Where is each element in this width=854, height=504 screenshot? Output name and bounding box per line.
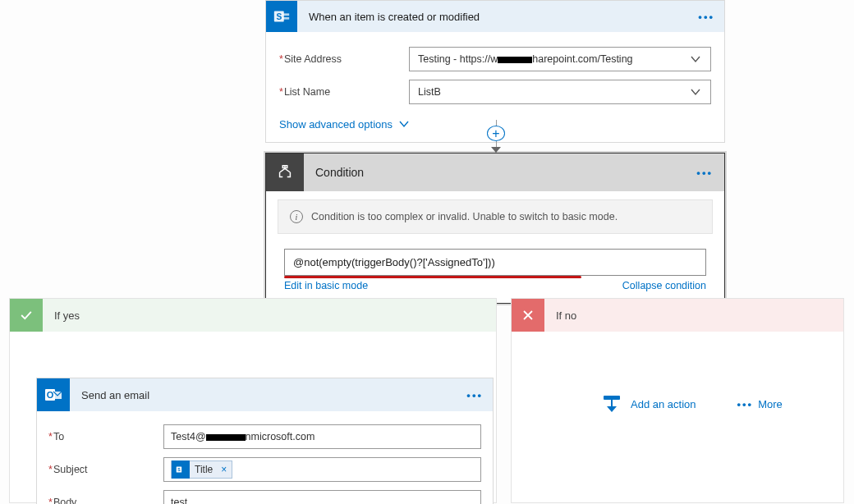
add-action-button[interactable]: Add an action <box>601 394 696 414</box>
list-name-label: List Name <box>284 86 330 98</box>
condition-expression-input[interactable]: @not(empty(triggerBody()?['AssignedTo'])… <box>284 249 706 276</box>
send-email-title: Send an email <box>81 389 466 401</box>
redacted-text <box>498 57 532 63</box>
redacted-text <box>206 434 246 441</box>
collapse-condition-link[interactable]: Collapse condition <box>622 280 706 291</box>
site-address-select[interactable]: Testing - https://wharepoint.com/Testing <box>409 47 711 71</box>
svg-rect-3 <box>282 17 289 20</box>
subject-input[interactable]: S Title × <box>163 457 481 482</box>
token-remove-icon[interactable]: × <box>221 464 227 475</box>
show-advanced-link[interactable]: Show advanced options <box>279 117 411 131</box>
add-step-button[interactable]: + <box>487 126 505 141</box>
trigger-title: When an item is created or modified <box>309 11 698 23</box>
connector: + <box>495 120 497 153</box>
to-input[interactable]: Test4@nmicrosoft.com <box>163 424 481 449</box>
arrow-down-icon <box>491 147 501 153</box>
sharepoint-icon: S <box>172 460 190 479</box>
body-input[interactable]: test <box>163 490 481 504</box>
body-label: Body <box>53 497 77 504</box>
condition-title: Condition <box>315 166 696 179</box>
condition-header[interactable]: Condition ••• <box>266 153 724 191</box>
svg-rect-2 <box>282 13 289 16</box>
close-icon <box>512 299 544 332</box>
chevron-down-icon <box>689 53 702 66</box>
send-email-card: O Send an email ••• *To Test4@nmicrosoft… <box>36 378 494 504</box>
email-menu-icon[interactable]: ••• <box>466 389 483 401</box>
list-name-select[interactable]: ListB <box>409 80 711 104</box>
field-list-name: *List Name ListB <box>279 80 711 104</box>
trigger-header[interactable]: S When an item is created or modified ••… <box>266 1 724 32</box>
svg-text:S: S <box>177 467 181 472</box>
trigger-menu-icon[interactable]: ••• <box>698 11 714 23</box>
condition-icon <box>266 153 304 191</box>
if-yes-title: If yes <box>54 309 80 322</box>
condition-menu-icon[interactable]: ••• <box>696 167 713 179</box>
condition-warning: i Condition is too complex or invalid. U… <box>278 199 713 234</box>
field-to: *To Test4@nmicrosoft.com <box>48 424 481 449</box>
check-icon <box>10 299 43 332</box>
svg-text:S: S <box>276 12 282 21</box>
field-site-address: *Site Address Testing - https://wharepoi… <box>279 47 711 71</box>
chevron-down-icon <box>397 117 411 131</box>
svg-rect-5 <box>604 396 620 400</box>
edit-basic-mode-link[interactable]: Edit in basic mode <box>284 280 368 291</box>
add-action-icon <box>601 394 622 414</box>
field-body: *Body test <box>48 490 481 504</box>
field-subject: *Subject S Title × <box>48 457 481 482</box>
sharepoint-icon: S <box>266 1 297 32</box>
site-address-label: Site Address <box>284 53 342 65</box>
info-icon: i <box>290 210 303 223</box>
condition-card: Condition ••• i Condition is too complex… <box>265 153 725 304</box>
chevron-down-icon <box>689 85 702 99</box>
dynamic-token-title[interactable]: S Title × <box>171 460 232 479</box>
if-no-title: If no <box>556 309 576 322</box>
to-label: To <box>53 431 64 442</box>
send-email-header[interactable]: O Send an email ••• <box>37 378 493 411</box>
svg-text:O: O <box>47 390 54 400</box>
subject-label: Subject <box>53 464 88 475</box>
more-link[interactable]: •••More <box>737 398 783 410</box>
outlook-icon: O <box>37 378 70 411</box>
